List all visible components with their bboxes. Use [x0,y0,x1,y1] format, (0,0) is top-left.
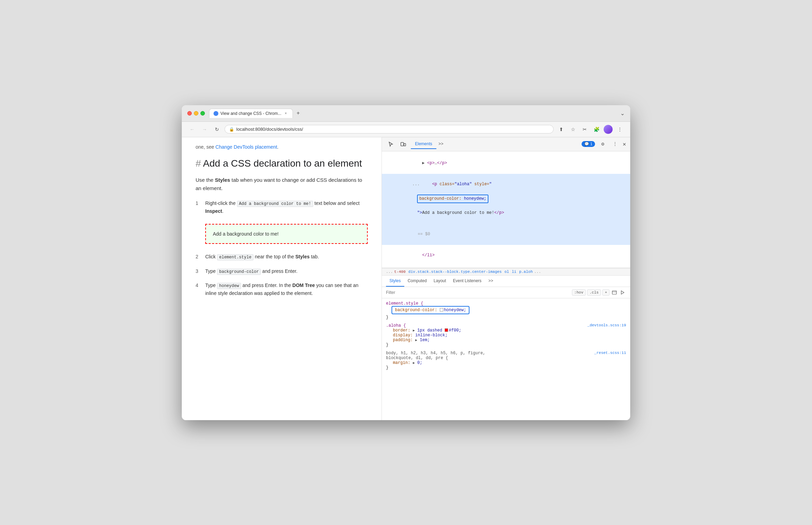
aloha-padding-prop: padding: ▶ 1em; [393,338,430,343]
styles-tab[interactable]: Styles [386,276,404,287]
reset-margin-prop: margin: ▶ 0; [393,360,422,365]
devtools-right-actions: 💬 1 ⚙ ⋮ ✕ [582,139,626,149]
svg-rect-1 [404,143,406,146]
step-1-content: Right-click the Add a background color t… [205,199,368,215]
back-button[interactable]: ← [187,125,197,134]
aloha-rule: .aloha { _devtools.scss:19 border: ▶ 1px… [386,323,626,347]
bc-div[interactable]: div.stack.stack--block.type.center-image… [408,270,502,274]
device-toolbar-button[interactable] [398,139,408,149]
toggle-changes-icon [620,290,625,295]
dom-ellipsis: ... [412,182,420,187]
devtools-tabs: Elements >> [411,139,579,149]
browser-tab-active[interactable]: View and change CSS - Chrom... × [209,109,293,118]
element-style-highlighted-prop[interactable]: background-color: honeydew; [392,306,469,314]
computed-tab[interactable]: Computed [404,276,430,287]
step-4: 4 Type honeydew and press Enter. In the … [196,281,368,297]
more-options-button[interactable]: ⋮ [610,139,620,149]
red-color-swatch[interactable] [445,328,448,332]
dom-line-2[interactable]: ... <p class="aloha" style=" background-… [382,174,630,224]
hov-button[interactable]: :hov [572,289,586,296]
dom-equals: == $0 [418,232,430,237]
dom-p-ellipsis: … [435,161,437,166]
forward-button[interactable]: → [200,125,209,134]
tab-elements[interactable]: Elements [411,139,436,149]
demo-box[interactable]: Add a background color to me! [205,224,368,244]
breadcrumb-bar: ... t-400 div.stack.stack--block.type.ce… [382,268,630,276]
reset-selector-2: blockquote, dl, dd, pre { [386,356,448,360]
svg-rect-2 [612,291,616,294]
devtools-close-button[interactable]: ✕ [623,141,626,148]
settings-button[interactable]: ⚙ [598,139,607,149]
event-listeners-tab[interactable]: Event Listeners [449,276,485,287]
honeydew-swatch[interactable] [440,308,443,311]
styles-icon-2[interactable] [619,289,626,296]
address-bar[interactable]: 🔒 localhost:8080/docs/devtools/css/ [225,125,554,133]
tab-title: View and change CSS - Chrom... [220,111,281,116]
step-3: 3 Type background-color and press Enter. [196,267,368,275]
toolbar-actions: ⬆ ☆ ✂ 🧩 ⋮ [556,125,625,134]
step-1: 1 Right-click the Add a background color… [196,199,368,215]
svg-marker-4 [621,291,624,294]
minimize-window-button[interactable] [194,111,198,116]
browser-window: View and change CSS - Chrom... × + ⌄ ← →… [182,105,630,420]
window-minimize-icon[interactable]: ⌄ [620,110,625,117]
css-rules: element.style { background-color: honeyd… [382,298,630,377]
profile-icon[interactable] [603,125,613,134]
dom-tree: ▶ <p>…</p> ... <p class="aloha" style=" … [382,151,630,268]
extensions-icon[interactable]: ✂ [580,125,590,134]
filter-actions: :hov .cls + [572,289,626,296]
close-window-button[interactable] [187,111,192,116]
tabs-row: View and change CSS - Chrom... × + [209,109,616,118]
devtools-header: Elements >> 💬 1 ⚙ ⋮ ✕ [382,137,630,151]
new-style-rule-icon [612,290,617,295]
toolbar: ← → ↻ 🔒 localhost:8080/docs/devtools/css… [182,122,630,137]
traffic-lights [187,111,205,116]
reset-rule: body, h1, h2, h3, h4, h5, h6, p, figure,… [386,351,626,370]
element-style-rule: element.style { background-color: honeyd… [386,301,626,320]
aloha-source[interactable]: _devtools.scss:19 [587,323,626,327]
bookmark-icon[interactable]: ☆ [568,125,578,134]
bc-t400[interactable]: t-400 [394,270,406,274]
maximize-window-button[interactable] [200,111,205,116]
title-bar: View and change CSS - Chrom... × + ⌄ [182,105,630,122]
puzzle-icon[interactable]: 🧩 [592,125,601,134]
refresh-button[interactable]: ↻ [212,125,222,134]
bg-color-value: honeydew; [444,308,466,313]
new-tab-button[interactable]: + [294,109,303,117]
aloha-border-prop: border: ▶ 1px dashed #f00; [393,328,461,333]
bc-end-ellipsis: ... [534,270,541,274]
bc-p[interactable]: p.aloh [519,270,533,274]
heading-text: Add a CSS declaration to an element [203,158,362,169]
more-tabs-icon[interactable]: >> [438,142,443,147]
section-heading: # Add a CSS declaration to an element [196,158,368,169]
dom-p-tag: <p> [427,161,435,166]
styles-icon-1[interactable] [611,289,618,296]
more-styles-tabs[interactable]: >> [485,276,497,287]
reset-selector: body, h1, h2, h3, h4, h5, h6, p, figure, [386,351,485,356]
step-4-num: 4 [196,281,201,297]
filter-input[interactable] [386,290,569,295]
step-3-num: 3 [196,267,201,275]
reset-close-brace: } [386,365,388,370]
forward-icon: → [202,127,207,132]
reset-source[interactable]: _reset.scss:11 [594,351,626,355]
step-2: 2 Click element.style near the top of th… [196,253,368,261]
step-1-code: Add a background color to me! [237,201,313,207]
browser-content: one, see Change DevTools placement. # Ad… [182,137,630,420]
styles-tabs-bar: Styles Computed Layout Event Listeners >… [382,276,630,287]
bc-ol[interactable]: ol [504,270,509,274]
add-rule-button[interactable]: + [602,289,610,296]
bc-li[interactable]: li [512,270,516,274]
change-devtools-link[interactable]: Change DevTools placement [216,144,277,150]
inspect-element-button[interactable] [386,139,396,149]
layout-tab[interactable]: Layout [430,276,449,287]
share-icon[interactable]: ⬆ [556,125,566,134]
svg-rect-0 [401,142,404,146]
step-1-num: 1 [196,199,201,215]
top-text: one, see Change DevTools placement. [196,144,368,150]
step-1-demo: Add a background color to me! [196,221,368,247]
tab-close-button[interactable]: × [284,111,288,116]
hash-symbol: # [196,158,201,169]
cls-button[interactable]: .cls [587,289,601,296]
menu-icon[interactable]: ⋮ [615,125,625,134]
